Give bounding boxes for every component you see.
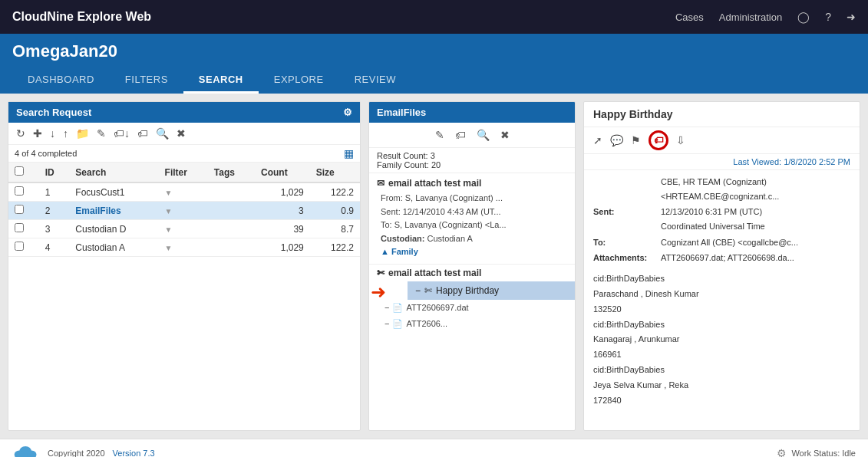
att1-value: ATT2606697.dat; ATT2606698.da... — [661, 251, 850, 265]
to-value: Cognizant All (CBE) <cogallcbe@c... — [661, 235, 850, 250]
logout-icon[interactable]: ➜ — [847, 11, 856, 23]
search-toolbar: ↻ ✚ ↓ ↑ 📁 ✎ 🏷↓ 🏷 🔍 ✖ — [8, 123, 360, 145]
edit-icon[interactable]: ✎ — [95, 126, 107, 141]
email-icon: ✉ — [377, 178, 384, 189]
email-panel-header: EmailFiles — [369, 102, 575, 123]
row-checkbox[interactable] — [15, 242, 24, 251]
tab-filters[interactable]: FILTERS — [110, 67, 183, 94]
row-filter: ▼ — [159, 202, 208, 220]
email-toolbar: ✎ 🏷 🔍 ✖ — [369, 123, 575, 148]
cases-nav[interactable]: Cases — [675, 12, 704, 23]
top-nav: CloudNine Explore Web Cases Administrati… — [0, 0, 868, 34]
from-value: CBE, HR TEAM (Cognizant) <HRTEAM.CBE@cog… — [661, 175, 850, 203]
row-search: Custodian D — [69, 220, 158, 238]
file-icon: 📄 — [392, 303, 403, 313]
row-id: 3 — [39, 220, 70, 238]
tab-explore[interactable]: EXPLORE — [259, 67, 339, 94]
attachment-row2[interactable]: − 📄 ATT2606... — [369, 316, 575, 332]
email-to: To: S, Lavanya (Cognizant) <La... — [381, 219, 567, 232]
row-count: 1,029 — [255, 182, 310, 202]
email-sent: Sent: 12/14/2010 4:43 AM (UT... — [381, 205, 567, 219]
table-row[interactable]: 4 Custodian A ▼ 1,029 122.2 — [8, 238, 360, 257]
email-family: ▲ Family — [381, 245, 567, 259]
flag-icon[interactable]: ⚑ — [631, 134, 641, 146]
status-bar: 4 of 4 completed ▦ — [8, 145, 360, 163]
result-count: Result Count: 3 — [377, 151, 567, 160]
att6-value: Kanagaraj , Arunkumar — [593, 332, 850, 347]
table-row[interactable]: 1 FocusCust1 ▼ 1,029 122.2 — [8, 182, 360, 202]
email-item-1[interactable]: ✉ email attach test mail From: S, Lavany… — [369, 173, 575, 265]
chart-icon[interactable]: ▦ — [344, 147, 354, 159]
tag-circle-icon[interactable]: 🏷 — [649, 130, 668, 150]
row-search: FocusCust1 — [69, 182, 158, 202]
main-content: Search Request ⚙ ↻ ✚ ↓ ↑ 📁 ✎ 🏷↓ 🏷 🔍 ✖ 4 … — [0, 94, 868, 439]
close-icon[interactable]: ✖ — [175, 126, 187, 141]
edit2-icon[interactable]: ✎ — [434, 127, 446, 143]
row-tags — [208, 220, 255, 238]
att9-value: Jeya Selva Kumar , Reka — [593, 378, 850, 393]
col-filter: Filter — [159, 163, 208, 182]
search2-icon[interactable]: 🔍 — [475, 127, 491, 143]
row-checkbox[interactable] — [15, 186, 24, 196]
email-subject: ✉ email attach test mail — [377, 178, 567, 189]
footer-version: Version 7.3 — [113, 449, 155, 458]
col-tags: Tags — [208, 163, 255, 182]
last-viewed: Last Viewed: 1/8/2020 2:52 PM — [584, 154, 860, 170]
footer-gear-icon: ⚙ — [777, 447, 787, 458]
att8-value: cid:BirthDayBabies — [593, 363, 850, 378]
happy-birthday-row[interactable]: − ✄ Happy Birthday — [408, 281, 575, 300]
search-panel: Search Request ⚙ ↻ ✚ ↓ ↑ 📁 ✎ 🏷↓ 🏷 🔍 ✖ 4 … — [8, 101, 361, 431]
attachment-name: ATT2606697.dat — [406, 303, 468, 312]
tag2-icon[interactable]: 🏷 — [454, 127, 467, 143]
gear-icon[interactable]: ⚙ — [343, 107, 352, 118]
email-subject-text: email attach test mail — [388, 178, 481, 189]
row-checkbox[interactable] — [15, 205, 24, 214]
att5-value: cid:BirthDayBabies — [593, 317, 850, 333]
email-item-2-header[interactable]: ✄ email attach test mail — [369, 265, 575, 281]
row-tags — [208, 182, 255, 202]
tag-icon[interactable]: 🏷 — [136, 126, 150, 141]
administration-nav[interactable]: Administration — [719, 12, 782, 23]
sent-value2: Coordinated Universal Time — [661, 219, 765, 234]
folder-icon[interactable]: 📁 — [74, 126, 91, 141]
search-icon[interactable]: 🔍 — [154, 126, 170, 141]
footer-logo: cloudnine — [12, 442, 40, 458]
sent-value: 12/13/2010 6:31 PM (UTC) — [661, 205, 765, 219]
tab-dashboard[interactable]: DASHBOARD — [12, 67, 110, 94]
chat-icon[interactable]: 💬 — [610, 134, 623, 146]
tab-bar: DASHBOARD FILTERS SEARCH EXPLORE REVIEW — [12, 67, 856, 94]
select-all-checkbox[interactable] — [15, 166, 24, 176]
attachments-label: Attachments: — [593, 251, 655, 265]
row-search: Custodian A — [69, 238, 158, 257]
row-id: 2 — [39, 202, 70, 220]
col-search: Search — [69, 163, 158, 182]
up-icon[interactable]: ↑ — [61, 126, 70, 141]
att10-value: 172840 — [593, 393, 850, 409]
table-header-row: ID Search Filter Tags Count Size — [8, 163, 360, 182]
user-icon[interactable]: ◯ — [797, 11, 810, 23]
minus-icon: − — [415, 285, 421, 296]
row-filter: ▼ — [159, 220, 208, 238]
attachment-row[interactable]: − 📄 ATT2606697.dat — [369, 300, 575, 316]
external-link-icon[interactable]: ➚ — [593, 134, 602, 146]
close2-icon[interactable]: ✖ — [499, 127, 511, 143]
att4-value: 132520 — [593, 302, 850, 317]
download-icon[interactable]: ⇩ — [676, 134, 685, 146]
tab-search[interactable]: SEARCH — [183, 67, 259, 94]
table-row[interactable]: 3 Custodian D ▼ 39 8.7 — [8, 220, 360, 238]
down-icon[interactable]: ↓ — [48, 126, 57, 141]
help-icon[interactable]: ? — [825, 11, 831, 23]
tag-down-icon[interactable]: 🏷↓ — [112, 126, 131, 141]
add-icon[interactable]: ✚ — [31, 126, 44, 141]
from-label — [593, 175, 655, 203]
footer-right: ⚙ Work Status: Idle — [777, 447, 856, 458]
refresh-icon[interactable]: ↻ — [15, 126, 27, 141]
app-title: CloudNine Explore Web — [12, 10, 675, 24]
detail-panel: Happy Birthday ➚ 💬 ⚑ 🏷 ⇩ Last Viewed: 1/… — [583, 101, 860, 431]
row-checkbox[interactable] — [15, 223, 24, 232]
arrow-icon: ➜ — [371, 281, 386, 303]
att3-value: Paraschand , Dinesh Kumar — [593, 287, 850, 302]
family-count: Family Count: 20 — [377, 160, 567, 169]
table-row[interactable]: 2 EmailFiles ▼ 3 0.9 — [8, 202, 360, 220]
tab-review[interactable]: REVIEW — [339, 67, 411, 94]
